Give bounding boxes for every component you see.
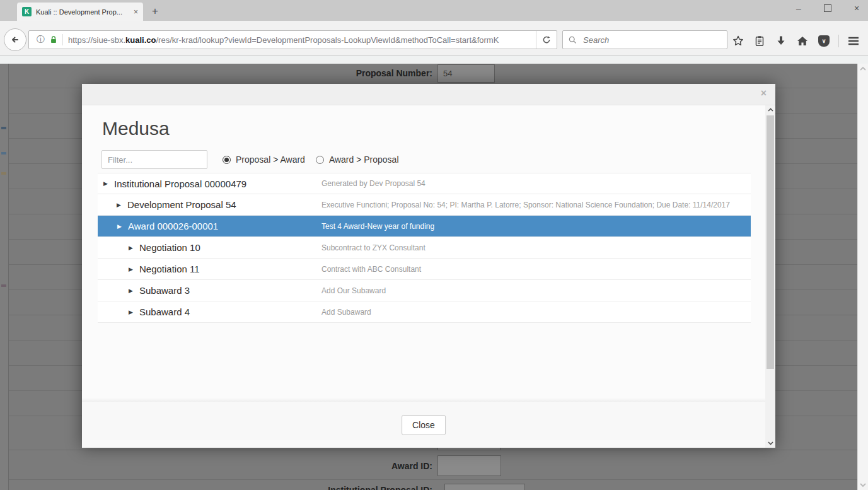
tree-row-description: Executive Functioni; Proposal No: 54; PI… <box>321 201 730 209</box>
award-id-input[interactable] <box>437 455 501 476</box>
rail-speck <box>1 127 6 129</box>
reading-list-icon[interactable] <box>753 34 767 48</box>
url-bar[interactable]: ⓘ https://siue-sbx.kuali.co/res/kr-krad/… <box>28 30 557 49</box>
modal-footer: Close <box>82 402 765 448</box>
page-background: Proposal Number: Award ID: Institutional… <box>0 55 868 490</box>
tree-row[interactable]: ▶ Negotiation 10 Subcontract to ZYX Cons… <box>98 237 751 259</box>
tree-row-description: Generated by Dev Proposal 54 <box>321 179 425 188</box>
url-path: /res/kr-krad/lookup?viewId=DevelopmentPr… <box>156 35 499 45</box>
bookmark-star-icon[interactable] <box>731 34 745 48</box>
direction-radio-group: Proposal > Award Award > Proposal <box>223 155 399 165</box>
tree-row-label: Subaward 4 <box>139 306 190 317</box>
scroll-down-icon[interactable] <box>860 483 866 487</box>
pocket-icon[interactable]: ∨ <box>817 34 831 48</box>
table-row-divider <box>9 450 857 450</box>
rail-speck <box>1 284 6 287</box>
expand-arrow-icon[interactable]: ▶ <box>129 309 135 315</box>
partial-field-input[interactable] <box>444 484 525 490</box>
modal-scrollbar-thumb[interactable] <box>767 115 774 369</box>
tree-row[interactable]: ▶ Negotiation 11 Contract with ABC Consu… <box>98 259 751 280</box>
downloads-icon[interactable] <box>774 34 788 48</box>
medusa-tree: ▶ Institutional Proposal 00000479 Genera… <box>98 173 751 323</box>
tab-title: Kuali :: Development Prop... <box>36 8 130 16</box>
search-box[interactable] <box>562 30 727 49</box>
tree-row-label: Institutional Proposal 00000479 <box>114 178 246 189</box>
rail-speck <box>1 152 6 155</box>
page-info-icon[interactable]: ⓘ <box>37 34 45 45</box>
url-divider <box>62 34 63 45</box>
new-tab-button[interactable]: + <box>147 4 163 19</box>
menu-icon[interactable] <box>847 34 860 48</box>
expand-arrow-icon[interactable]: ▶ <box>103 180 110 187</box>
page-top-strip <box>0 55 868 64</box>
tree-row-label: Negotiation 10 <box>139 242 200 253</box>
browser-titlebar: K Kuali :: Development Prop... × + – × <box>0 0 868 21</box>
modal-controls: Proposal > Award Award > Proposal <box>101 150 399 169</box>
reload-button[interactable] <box>536 31 557 49</box>
radio-label: Award > Proposal <box>329 155 399 165</box>
close-button[interactable]: Close <box>402 415 446 435</box>
left-rail <box>0 64 9 490</box>
window-controls: – × <box>794 3 862 13</box>
modal-scroll-down-icon[interactable] <box>765 439 775 448</box>
tree-row-description: Test 4 Award-New year of funding <box>321 222 434 231</box>
expand-arrow-icon[interactable]: ▶ <box>117 202 123 208</box>
rail-speck <box>1 172 6 175</box>
url-prefix: https://siue-sbx. <box>68 35 125 45</box>
home-icon[interactable] <box>796 34 809 48</box>
tree-row-label: Subaward 3 <box>139 285 190 296</box>
direction-radio[interactable]: Award > Proposal <box>316 155 399 165</box>
tree-row[interactable]: ▶ Subaward 4 Add Subaward <box>98 301 751 323</box>
expand-arrow-icon[interactable]: ▶ <box>129 266 135 272</box>
reload-icon <box>541 35 552 45</box>
tree-row-description: Contract with ABC Consultant <box>321 265 421 274</box>
kuali-favicon-icon: K <box>22 7 32 16</box>
expand-arrow-icon[interactable]: ▶ <box>129 288 135 294</box>
tree-row-description: Add Subaward <box>321 308 371 317</box>
modal-scrollbar[interactable] <box>765 105 775 448</box>
modal-title: Medusa <box>102 118 170 139</box>
lock-icon[interactable] <box>49 35 59 45</box>
tree-row-description: Add Our Subaward <box>321 286 386 295</box>
radio-circle-icon[interactable] <box>223 156 231 164</box>
back-button[interactable] <box>4 28 26 51</box>
window-close-icon[interactable]: × <box>852 3 862 13</box>
partial-field-label: Institutional Proposal ID: <box>328 485 432 490</box>
search-input[interactable] <box>582 35 722 45</box>
page-scrollbar[interactable] <box>857 64 868 490</box>
url-domain: kuali.co <box>125 35 156 45</box>
modal-close-icon[interactable]: × <box>761 88 767 98</box>
minimize-icon[interactable]: – <box>794 3 804 13</box>
tree-row[interactable]: ▶ Institutional Proposal 00000479 Genera… <box>98 173 751 194</box>
tab-close-icon[interactable]: × <box>134 8 138 16</box>
proposal-number-input[interactable] <box>437 64 495 83</box>
expand-arrow-icon[interactable]: ▶ <box>129 245 135 251</box>
tree-row-label: Development Proposal 54 <box>127 199 236 210</box>
award-id-label: Award ID: <box>391 461 432 471</box>
url-text[interactable]: https://siue-sbx.kuali.co/res/kr-krad/lo… <box>68 35 536 45</box>
tree-row-description: Subcontract to ZYX Consultant <box>321 243 425 252</box>
modal-scroll-up-icon[interactable] <box>765 105 775 114</box>
tree-row[interactable]: ▶ Award 000026-00001 Test 4 Award-New ye… <box>98 216 751 237</box>
expand-arrow-icon[interactable]: ▶ <box>117 223 124 230</box>
direction-radio[interactable]: Proposal > Award <box>223 155 305 165</box>
medusa-modal: × Medusa Proposal > Award Award > Propos… <box>82 84 775 448</box>
search-icon <box>568 35 577 45</box>
maximize-icon[interactable] <box>823 3 833 13</box>
tree-row-label: Negotiation 11 <box>139 264 200 274</box>
browser-navbar: ⓘ https://siue-sbx.kuali.co/res/kr-krad/… <box>0 21 868 55</box>
tree-row-label: Award 000026-00001 <box>128 221 218 231</box>
toolbar-divider <box>838 35 839 47</box>
proposal-number-label: Proposal Number: <box>356 68 432 78</box>
tree-row[interactable]: ▶ Development Proposal 54 Executive Func… <box>98 194 751 216</box>
table-row-divider <box>9 479 857 480</box>
back-arrow-icon <box>9 34 21 45</box>
tree-row[interactable]: ▶ Subaward 3 Add Our Subaward <box>98 280 751 301</box>
radio-label: Proposal > Award <box>236 155 305 165</box>
browser-tab[interactable]: K Kuali :: Development Prop... × <box>17 3 143 21</box>
filter-input[interactable] <box>101 150 207 169</box>
modal-header: × <box>82 84 775 105</box>
radio-circle-icon[interactable] <box>316 156 324 164</box>
scroll-up-icon[interactable] <box>860 66 866 71</box>
